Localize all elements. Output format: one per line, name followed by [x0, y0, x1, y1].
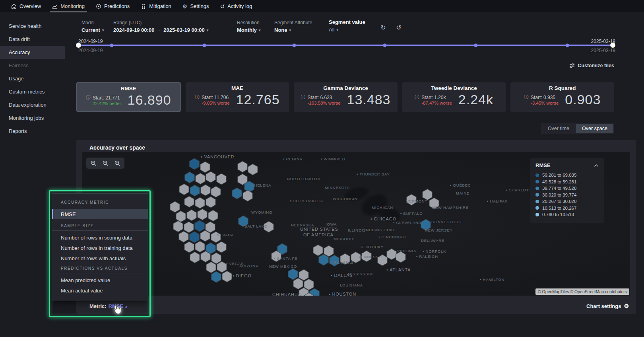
dropdown-section-header: PREDICTIONS VS ACTUALS	[52, 263, 148, 273]
range-select[interactable]: Range (UTC) 2024-09-19 00:00 → 2025-03-1…	[113, 20, 208, 33]
metric-tile-tweedie-deviance[interactable]: Tweedie Deviance ⓘStart: 1.20k -87.47% w…	[402, 82, 506, 112]
tile-delta: -9.05% worse	[202, 101, 229, 105]
chevron-down-icon: ▾	[336, 28, 338, 32]
timeline-handle-start[interactable]	[76, 43, 81, 48]
resolution-value: Monthly	[237, 27, 257, 33]
tile-start-value: Start: 6.623	[307, 95, 332, 100]
metric-tiles-row: RMSE ⓘStart: 21.771 22.42% better 16.890…	[76, 82, 614, 112]
tile-title: R Squared	[515, 85, 609, 91]
resolution-label: Resolution	[237, 20, 260, 25]
segment-value-label: Segment value	[329, 19, 365, 25]
map-legend: RMSE 59.281 to 69.035 49.528 to 59.281 3…	[530, 158, 604, 223]
legend-header[interactable]: RMSE	[535, 162, 599, 168]
legend-item: 30.020 to 39.774	[535, 192, 599, 199]
sidebar-item-fairness[interactable]: Fairness	[0, 59, 65, 72]
zoom-reset-icon	[114, 160, 120, 166]
chevron-down-icon: ▾	[289, 28, 291, 32]
nav-monitoring[interactable]: Monitoring	[47, 0, 89, 12]
metric-tile-rmse[interactable]: RMSE ⓘStart: 21.771 22.42% better 16.890	[76, 82, 181, 112]
tile-delta: -3.45% worse	[531, 101, 559, 105]
nav-label: Overview	[19, 3, 41, 9]
map[interactable]: • VANCOUVER• REGINA• WINNIPEG• THUNDER B…	[82, 152, 630, 296]
resolution-select[interactable]: Resolution Monthly▾	[237, 20, 260, 33]
customize-tiles-button[interactable]: Customize tiles	[569, 63, 614, 68]
gear-icon: ⚙	[624, 303, 629, 309]
sidebar-item-usage[interactable]: Usage	[0, 72, 65, 85]
legend-item: 49.528 to 59.281	[535, 179, 599, 185]
legend-swatch	[535, 173, 539, 177]
info-icon: ⓘ	[86, 94, 91, 101]
dropdown-section-header: ACCURACY METRIC	[52, 197, 148, 207]
tile-start-value: Start: 1.20k	[421, 95, 446, 100]
metric-tile-gamma-deviance[interactable]: Gamma Deviance ⓘStart: 6.623 -103.58% wo…	[294, 82, 398, 112]
nav-overview[interactable]: Overview	[6, 0, 46, 12]
tile-value: 12.765	[236, 92, 280, 107]
sidebar-item-data-drift[interactable]: Data drift	[0, 33, 65, 46]
range-start: 2024-09-19 00:00	[113, 27, 154, 33]
model-value: Current	[81, 27, 100, 33]
range-label: Range (UTC)	[113, 20, 208, 25]
panel-footer: Metric: RMSE ▴ Chart settings ⚙	[76, 298, 636, 314]
dropdown-item-mean-predicted[interactable]: Mean predicted value	[52, 275, 148, 285]
model-label: Model	[81, 20, 104, 25]
zoom-in-button[interactable]	[88, 159, 99, 168]
nav-settings[interactable]: ⚙ Settings	[178, 0, 214, 12]
reset-button[interactable]: ↺	[394, 23, 403, 32]
timeline-rail[interactable]	[79, 45, 615, 46]
nav-label: Activity log	[227, 3, 252, 9]
accuracy-over-space-panel: Accuracy over space • VANCOUVER• REGINA•…	[76, 140, 636, 314]
tile-start-value: Start: 21.771	[93, 95, 120, 101]
nav-label: Mitigation	[149, 3, 171, 9]
model-select[interactable]: Model Current▾	[81, 20, 104, 33]
nav-mitigation[interactable]: Mitigation	[136, 0, 176, 12]
chart-settings-button[interactable]: Chart settings ⚙	[586, 303, 629, 309]
segment-attribute-label: Segment Attribute	[274, 20, 312, 25]
chevron-up-icon	[594, 164, 599, 167]
legend-swatch	[535, 187, 539, 190]
panel-title: Accuracy over space	[89, 144, 145, 151]
nav-activity-log[interactable]: ↺ Activity log	[215, 0, 257, 12]
sidebar-item-reports[interactable]: Reports	[0, 125, 65, 138]
sidebar-item-service-health[interactable]: Service health	[0, 19, 65, 33]
toggle-over-space[interactable]: Over space	[576, 124, 613, 133]
timeline-start-sublabel: 2024-09-19	[78, 48, 103, 53]
dropdown-item-rows-actuals[interactable]: Number of rows with actuals	[52, 253, 148, 263]
toggle-over-time[interactable]: Over time	[542, 124, 575, 133]
legend-item: 0.760 to 10.513	[535, 211, 599, 218]
chevron-down-icon: ▾	[102, 28, 104, 32]
segment-attribute-value: None	[274, 27, 287, 33]
sidebar-item-data-exploration[interactable]: Data exploration	[0, 98, 65, 111]
zoom-reset-button[interactable]	[112, 159, 123, 168]
timeline-start-label: 2024-09-19	[78, 39, 103, 44]
legend-item: 20.267 to 30.020	[535, 198, 599, 205]
legend-swatch	[535, 206, 539, 210]
dropdown-item-rows-scoring[interactable]: Number of rows in scoring data	[52, 232, 148, 243]
refresh-button[interactable]: ↻	[379, 23, 388, 32]
timeline-handle-end[interactable]	[610, 43, 615, 48]
zoom-out-button[interactable]	[100, 159, 111, 168]
dropdown-item-rows-training[interactable]: Number of rows in training data	[52, 243, 148, 253]
sidebar-item-accuracy[interactable]: Accuracy	[0, 46, 65, 59]
zoom-in-icon	[91, 160, 97, 166]
nav-predictions[interactable]: Predictions	[91, 0, 134, 12]
tile-delta: 22.42% better	[93, 101, 121, 106]
sidebar-item-monitoring-jobs[interactable]: Monitoring jobs	[0, 111, 65, 125]
customize-tiles-label: Customize tiles	[578, 63, 614, 68]
metric-tile-mae[interactable]: MAE ⓘStart: 11.706 -9.05% worse 12.765	[186, 82, 289, 112]
history-icon: ↺	[220, 4, 225, 9]
dropdown-item-mean-actual[interactable]: Mean actual value	[52, 285, 148, 296]
segment-value-value: All	[329, 27, 334, 33]
range-end: 2025-03-19 00:00	[163, 27, 204, 33]
dropdown-item-rmse[interactable]: RMSE	[52, 209, 148, 219]
info-icon: ⓘ	[524, 94, 529, 101]
tile-start-value: Start: 0.935	[531, 95, 555, 100]
arrow-right-icon: →	[156, 27, 161, 33]
zoom-out-icon	[103, 160, 109, 166]
segment-value-select[interactable]: Segment value All▾	[329, 19, 365, 33]
sliders-icon	[569, 63, 575, 68]
nav-label: Predictions	[104, 3, 130, 9]
sidebar-item-custom-metrics[interactable]: Custom metrics	[0, 85, 65, 98]
metric-tile-r-squared[interactable]: R Squared ⓘStart: 0.935 -3.45% worse 0.9…	[510, 82, 614, 112]
tile-delta: -87.47% worse	[421, 101, 452, 105]
segment-attribute-select[interactable]: Segment Attribute None▾	[274, 20, 312, 33]
